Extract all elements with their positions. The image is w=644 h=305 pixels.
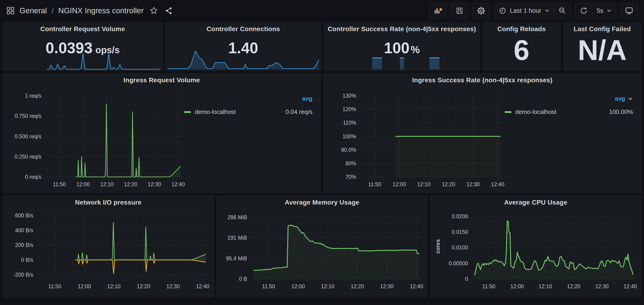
svg-text:11:50: 11:50 xyxy=(482,283,495,290)
graph-body: 11:5012:0012:1012:2012:3012:401 req/s0.7… xyxy=(4,87,319,191)
panel-title[interactable]: Ingress Request Volume xyxy=(3,74,320,87)
svg-text:191 MiB: 191 MiB xyxy=(227,235,247,241)
series-name[interactable]: demo-localhost xyxy=(195,108,236,116)
stat-number: 6 xyxy=(514,34,530,66)
request-volume-sparkline xyxy=(5,53,160,69)
zoom-out-button[interactable] xyxy=(554,3,571,18)
gear-icon xyxy=(477,6,486,15)
panel-title[interactable]: Average CPU Usage xyxy=(430,196,641,209)
svg-text:12:40: 12:40 xyxy=(410,283,423,290)
svg-text:80%: 80% xyxy=(346,160,356,166)
share-icon[interactable] xyxy=(165,7,173,15)
series-color-marker[interactable] xyxy=(184,111,191,113)
legend: avg demo-localhost 0.04 req/s xyxy=(184,87,319,191)
clock-icon xyxy=(498,7,506,15)
legend: avg demo-localhost 100.00% xyxy=(505,87,640,191)
panel-title[interactable]: Ingress Success Rate (non-4|5xx response… xyxy=(324,74,641,87)
refresh-interval-button[interactable]: 5s xyxy=(592,3,616,18)
svg-text:12:10: 12:10 xyxy=(100,181,114,187)
breadcrumb-folder[interactable]: General xyxy=(20,6,47,15)
dashboard-grid: Controller Request Volume 0.0393 ops/s C… xyxy=(0,21,644,298)
dashboard-settings-button[interactable] xyxy=(472,3,490,18)
svg-text:11:50: 11:50 xyxy=(53,181,66,187)
panel-config-reloads: Config Reloads 6 xyxy=(482,22,560,71)
graph-body: 11:5012:0012:1012:2012:3012:400.02000.01… xyxy=(432,209,640,296)
panel-title[interactable]: Controller Success Rate (non-4|5xx respo… xyxy=(324,22,480,35)
breadcrumb-dashboard-title[interactable]: NGINX Ingress controller xyxy=(58,6,144,15)
svg-text:1 req/s: 1 req/s xyxy=(25,93,42,99)
monitor-icon xyxy=(625,6,634,15)
svg-text:12:10: 12:10 xyxy=(417,181,431,187)
svg-text:cores: cores xyxy=(435,239,441,253)
svg-text:70%: 70% xyxy=(346,174,356,180)
svg-text:12:30: 12:30 xyxy=(380,283,394,290)
series-name[interactable]: demo-localhost xyxy=(515,108,556,116)
connections-sparkline xyxy=(168,50,319,69)
panel-title[interactable]: Network I/O pressure xyxy=(3,196,214,209)
add-panel-button[interactable] xyxy=(429,3,447,18)
graph-body: 11:5012:0012:1012:2012:3012:40130%120%11… xyxy=(325,87,640,191)
save-dashboard-button[interactable] xyxy=(451,3,468,18)
svg-text:12:30: 12:30 xyxy=(595,283,609,290)
svg-text:110%: 110% xyxy=(343,120,356,126)
stat-value: 6 xyxy=(483,34,560,66)
svg-text:12:40: 12:40 xyxy=(172,181,185,187)
refresh-icon xyxy=(580,6,588,15)
time-range-button[interactable]: Last 1 hour xyxy=(494,3,554,18)
dashboard-toolbar: Last 1 hour 5s xyxy=(429,3,638,18)
series-color-marker[interactable] xyxy=(505,111,512,113)
stat-unit: % xyxy=(411,44,420,55)
svg-text:0.00500: 0.00500 xyxy=(449,260,468,267)
star-icon[interactable] xyxy=(150,6,158,15)
svg-text:12:20: 12:20 xyxy=(442,181,455,187)
ingress-success-rate-chart[interactable]: 11:5012:0012:1012:2012:3012:40130%120%11… xyxy=(325,87,505,191)
svg-text:100%: 100% xyxy=(342,133,356,139)
breadcrumb-separator: / xyxy=(52,6,54,15)
chevron-down-icon xyxy=(606,8,612,13)
network-io-chart[interactable]: 11:5012:0012:1012:2012:3012:40600 B/s400… xyxy=(4,209,212,296)
svg-text:12:20: 12:20 xyxy=(124,181,138,187)
panel-title[interactable]: Average Memory Usage xyxy=(217,196,428,209)
svg-text:12:20: 12:20 xyxy=(137,283,150,290)
stat-value: N/A xyxy=(564,34,641,66)
svg-text:0: 0 xyxy=(465,276,468,282)
legend-sort-avg[interactable]: avg xyxy=(302,95,312,102)
add-panel-icon xyxy=(434,6,442,15)
stat-row: Controller Request Volume 0.0393 ops/s C… xyxy=(3,22,641,71)
cycle-view-button[interactable] xyxy=(620,3,638,18)
series-avg-value: 0.04 req/s xyxy=(286,108,312,116)
legend-header: avg xyxy=(184,95,312,102)
panel-title[interactable]: Config Reloads xyxy=(483,22,560,35)
svg-text:90.0%: 90.0% xyxy=(341,147,356,153)
panel-avg-cpu: Average CPU Usage 11:5012:0012:1012:2012… xyxy=(430,196,641,298)
panel-controller-success-rate: Controller Success Rate (non-4|5xx respo… xyxy=(324,22,480,71)
svg-text:12:00: 12:00 xyxy=(510,283,524,290)
svg-text:286 MiB: 286 MiB xyxy=(227,214,247,220)
ingress-request-volume-chart[interactable]: 11:5012:0012:1012:2012:3012:401 req/s0.7… xyxy=(4,87,184,191)
legend-sort-avg[interactable]: avg xyxy=(615,95,625,102)
success-rate-bars-sparkline xyxy=(326,57,477,69)
time-picker-group: Last 1 hour xyxy=(494,3,571,18)
svg-text:12:10: 12:10 xyxy=(107,283,121,290)
dashboard-header: General / NGINX Ingress controller xyxy=(0,0,644,21)
panel-last-config-failed: Last Config Failed N/A xyxy=(563,22,641,71)
panel-title[interactable]: Controller Connections xyxy=(166,22,321,35)
svg-text:0.0200: 0.0200 xyxy=(452,213,468,220)
panel-avg-memory: Average Memory Usage 11:5012:0012:1012:2… xyxy=(216,196,428,298)
dashboards-grid-icon[interactable] xyxy=(6,6,15,15)
save-icon xyxy=(455,6,464,15)
svg-text:12:40: 12:40 xyxy=(196,283,210,290)
svg-text:12:40: 12:40 xyxy=(491,181,504,187)
panel-title[interactable]: Last Config Failed xyxy=(564,22,641,35)
refresh-group: 5s xyxy=(575,3,616,18)
avg-memory-chart[interactable]: 11:5012:0012:1012:2012:3012:40286 MiB191… xyxy=(218,209,426,296)
svg-text:12:00: 12:00 xyxy=(78,283,91,290)
avg-cpu-chart[interactable]: 11:5012:0012:1012:2012:3012:400.02000.01… xyxy=(432,209,640,296)
refresh-button[interactable] xyxy=(575,3,592,18)
svg-text:0 B: 0 B xyxy=(239,276,247,282)
zoom-out-icon xyxy=(558,6,566,15)
time-range-label: Last 1 hour xyxy=(510,7,541,14)
svg-text:120%: 120% xyxy=(342,106,356,112)
svg-text:11:50: 11:50 xyxy=(262,283,275,290)
panel-title[interactable]: Controller Request Volume xyxy=(3,22,162,35)
